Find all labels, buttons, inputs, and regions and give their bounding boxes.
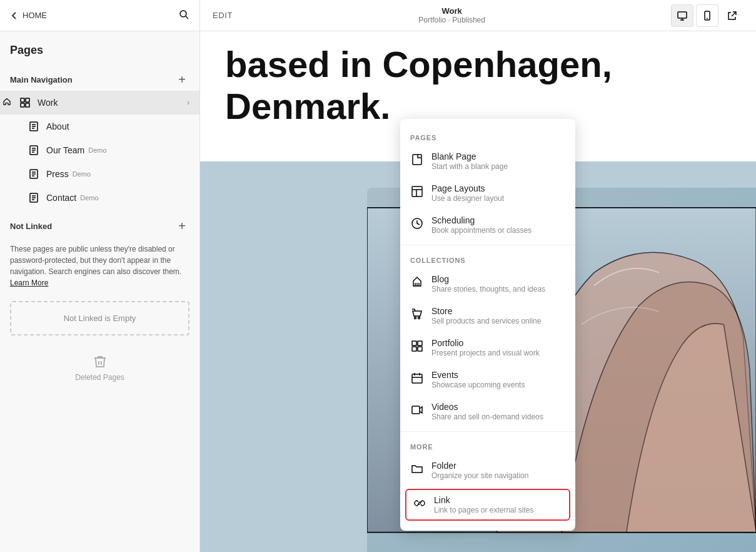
page-layouts-desc: Use a designer layout [431,194,504,203]
svg-rect-43 [418,347,422,351]
dropdown-item-scheduling[interactable]: Scheduling Book appointments or classes [400,209,575,241]
search-icon[interactable] [178,9,189,22]
svg-rect-10 [21,103,24,107]
add-not-linked-button[interactable]: + [174,218,189,233]
dropdown-divider-2 [400,431,575,432]
nav-item-our-team-label: Our Team [46,145,84,155]
sidebar-pages-header: Pages [0,31,199,63]
content-area: based in Copenhagen, Denmark. [200,31,756,552]
store-title: Store [431,306,541,316]
scheduling-icon [410,217,424,230]
mobile-view-button[interactable] [696,4,718,27]
nav-item-contact[interactable]: Contact Demo [0,186,199,210]
nav-item-about[interactable]: About [0,115,199,138]
nav-item-work-label: Work [38,98,58,108]
desktop-view-button[interactable] [671,4,693,27]
nav-item-contact-badge: Demo [80,194,98,202]
deleted-pages-section[interactable]: Deleted Pages [0,342,199,394]
top-bar: HOME EDIT Work Portfolio · Published [0,0,756,31]
contact-page-icon [28,192,40,204]
videos-title: Videos [431,402,543,412]
dropdown-item-blog[interactable]: Blog Share stories, thoughts, and ideas [400,268,575,300]
svg-point-0 [180,11,186,17]
svg-rect-8 [21,98,24,102]
dropdown-item-store[interactable]: Store Sell products and services online [400,300,575,332]
press-page-icon [28,168,40,180]
page-layouts-text: Page Layouts Use a designer layout [431,183,504,203]
dropdown-more-label: More [400,436,575,454]
work-grid-icon [19,96,31,109]
about-page-icon [28,120,40,133]
svg-rect-2 [678,12,687,18]
dropdown-item-page-layouts[interactable]: Page Layouts Use a designer layout [400,177,575,209]
dropdown-item-link[interactable]: Link Link to pages or external sites [405,489,570,521]
nav-item-press-label: Press [46,169,69,179]
external-link-button[interactable] [721,4,743,27]
link-title: Link [434,495,533,505]
scheduling-text: Scheduling Book appointments or classes [431,215,532,235]
svg-rect-9 [26,98,29,102]
home-button[interactable]: HOME [10,11,47,20]
nav-item-press-badge: Demo [73,170,91,178]
sidebar-header-bar: HOME [0,0,200,31]
dropdown-item-blank-page[interactable]: Blank Page Start with a blank page [400,145,575,177]
home-indicator-icon [3,98,11,108]
events-text: Events Showcase upcoming events [431,370,525,389]
nav-item-our-team[interactable]: Our Team Demo [0,138,199,162]
content-heading: based in Copenhagen, Denmark. [225,44,612,127]
not-linked-description: These pages are public unless they're di… [0,237,199,295]
nav-item-about-label: About [46,121,69,131]
top-bar-right: EDIT Work Portfolio · Published [200,4,756,27]
blank-page-text: Blank Page Start with a blank page [431,151,508,171]
svg-rect-31 [412,187,422,197]
learn-more-link[interactable]: Learn More [10,279,48,287]
blog-text: Blog Share stories, thoughts, and ideas [431,274,545,294]
not-linked-empty-label: Not Linked is Empty [64,314,136,323]
sidebar-title: Pages [10,44,43,56]
nav-item-contact-label: Contact [46,193,76,203]
nav-item-work[interactable]: Work › [0,91,199,115]
page-layouts-title: Page Layouts [431,183,504,193]
dropdown-divider-1 [400,245,575,245]
svg-rect-41 [418,341,422,345]
blank-page-desc: Start with a blank page [431,162,508,171]
portfolio-desc: Present projects and visual work [431,349,540,357]
videos-desc: Share and sell on-demand videos [431,412,543,421]
not-linked-section-header: Not Linked + [0,210,199,237]
blog-title: Blog [431,274,545,284]
home-label: HOME [23,11,47,20]
add-main-nav-button[interactable]: + [174,72,189,87]
blog-desc: Share stories, thoughts, and ideas [431,285,545,294]
svg-rect-40 [412,341,416,345]
folder-text: Folder Organize your site navigation [431,461,528,480]
folder-desc: Organize your site navigation [431,471,528,480]
link-desc: Link to pages or external sites [434,506,533,514]
add-page-dropdown: Pages Blank Page Start with a blank page [400,119,575,531]
svg-point-38 [415,317,416,319]
link-icon [413,496,426,510]
scheduling-title: Scheduling [431,215,532,225]
page-subtitle: Portfolio · Published [418,16,485,24]
page-title: Work [418,6,485,16]
svg-line-1 [186,16,188,19]
svg-rect-11 [26,103,29,107]
portfolio-title: Portfolio [431,338,540,348]
not-linked-empty-box: Not Linked is Empty [10,301,189,335]
svg-rect-48 [412,406,420,414]
svg-line-7 [732,12,736,16]
dropdown-pages-label: Pages [400,126,575,145]
chevron-left-icon [10,11,19,20]
edit-label: EDIT [213,11,233,20]
nav-item-press[interactable]: Press Demo [0,162,199,186]
events-icon [410,371,424,385]
dropdown-item-folder[interactable]: Folder Organize your site navigation [400,454,575,486]
main-nav-label: Main Navigation [10,75,73,84]
blank-page-icon [410,153,424,166]
dropdown-item-videos[interactable]: Videos Share and sell on-demand videos [400,396,575,427]
dropdown-item-portfolio[interactable]: Portfolio Present projects and visual wo… [400,332,575,364]
dropdown-item-events[interactable]: Events Showcase upcoming events [400,364,575,396]
store-text: Store Sell products and services online [431,306,541,325]
page-layouts-icon [410,185,424,198]
not-linked-label: Not Linked [10,222,52,231]
folder-icon [410,462,424,476]
